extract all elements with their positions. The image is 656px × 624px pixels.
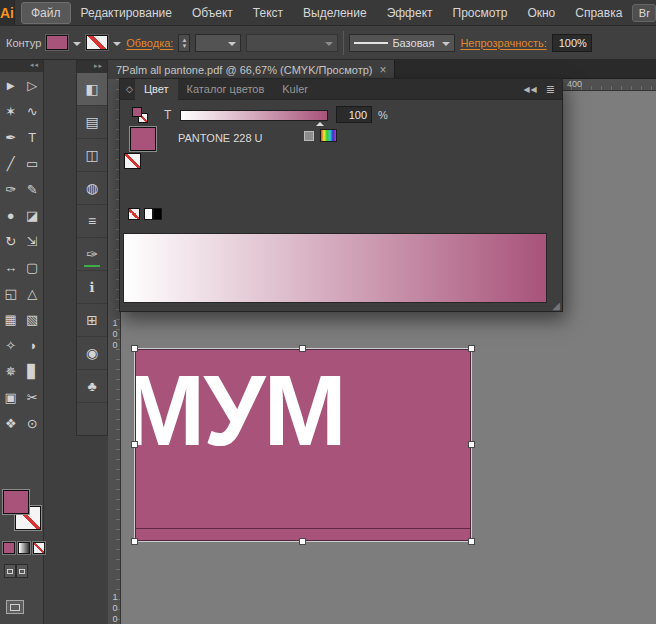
menu-effect[interactable]: Эффект (377, 2, 443, 24)
selection-handle[interactable] (468, 345, 475, 352)
symbol-sprayer-tool-icon[interactable]: ✵ (0, 358, 22, 384)
tint-slider-handle[interactable] (316, 118, 324, 126)
eraser-tool-icon[interactable]: ◪ (22, 202, 44, 228)
close-icon[interactable]: × (379, 63, 386, 77)
blob-brush-tool-icon[interactable]: ● (0, 202, 22, 228)
none-swatch[interactable] (128, 208, 140, 220)
color-panel-icon[interactable]: ◧ (77, 73, 107, 106)
tint-label: T (164, 108, 171, 122)
selection-handle[interactable] (131, 345, 138, 352)
black-swatch[interactable] (153, 208, 162, 220)
width-tool-icon[interactable]: ↔ (0, 254, 22, 280)
menu-view[interactable]: Просмотр (443, 2, 518, 24)
stroke-weight-label[interactable]: Обводка: (126, 37, 173, 49)
panel-stroke-swatch[interactable] (124, 153, 141, 169)
draw-normal-button[interactable] (4, 564, 16, 578)
menu-help[interactable]: Справка (565, 2, 632, 24)
eyedropper-tool-icon[interactable]: ✧ (0, 332, 22, 358)
scale-tool-icon[interactable]: ⇲ (22, 228, 44, 254)
fill-dropdown-icon[interactable] (73, 42, 81, 50)
tab-kuler[interactable]: Kuler (273, 79, 317, 100)
selection-handle[interactable] (131, 538, 138, 545)
rectangle-tool-icon[interactable]: ▭ (22, 150, 44, 176)
pen-tool-icon[interactable]: ✒ (0, 124, 22, 150)
shape-builder-tool-icon[interactable]: ◱ (0, 280, 22, 306)
out-of-gamut-icon[interactable] (304, 131, 314, 141)
stroke-panel-icon[interactable]: ≡ (77, 205, 107, 238)
direct-selection-tool-icon[interactable]: ▷ (22, 72, 44, 98)
bridge-button[interactable]: Br (632, 4, 656, 22)
panel-menu-icon[interactable]: ≣ (546, 83, 555, 96)
hand-tool-icon[interactable]: ❖ (0, 410, 22, 436)
draw-behind-button[interactable] (16, 564, 28, 578)
menu-file[interactable]: Файл (21, 2, 71, 24)
gradient-mode-button[interactable] (18, 542, 30, 554)
document-tab[interactable]: 7Palm all pantone.pdf @ 66,67% (CMYK/Про… (108, 60, 395, 79)
gradient-tool-icon[interactable]: ▧ (22, 306, 44, 332)
panel-resize-grip[interactable]: ◢ (552, 301, 560, 311)
artwork-rectangle[interactable]: МУМ (135, 349, 471, 541)
artwork-text[interactable]: МУМ (135, 360, 345, 460)
menu-type[interactable]: Текст (243, 2, 293, 24)
pencil-tool-icon[interactable]: ✎ (22, 176, 44, 202)
perspective-grid-tool-icon[interactable]: △ (22, 280, 44, 306)
color-guide-icon[interactable]: ▤ (77, 106, 107, 139)
variable-width-select[interactable] (246, 34, 338, 52)
menu-select[interactable]: Выделение (293, 2, 377, 24)
tint-slider[interactable] (180, 110, 328, 121)
pathfinder-icon[interactable]: ◫ (77, 139, 107, 172)
spectrum-icon[interactable] (320, 129, 337, 142)
free-transform-tool-icon[interactable]: ▢ (22, 254, 44, 280)
selection-handle[interactable] (299, 538, 306, 545)
menu-window[interactable]: Окно (517, 2, 565, 24)
menu-object[interactable]: Объект (182, 2, 243, 24)
brush-definition-select[interactable]: Базовая (349, 34, 455, 52)
white-swatch[interactable] (144, 208, 153, 220)
stroke-weight-stepper[interactable]: ▲▼ (178, 34, 190, 52)
fill-proxy-swatch[interactable] (3, 490, 29, 514)
selection-handle[interactable] (299, 345, 306, 352)
stroke-weight-select[interactable] (195, 34, 241, 52)
appearance-icon[interactable]: ◉ (77, 337, 107, 370)
symbols-icon[interactable]: ♣ (77, 370, 107, 403)
rotate-tool-icon[interactable]: ↻ (0, 228, 22, 254)
fill-color-swatch[interactable] (46, 35, 68, 50)
menu-edit[interactable]: Редактирование (71, 2, 182, 24)
selection-handle[interactable] (468, 538, 475, 545)
screen-mode-button[interactable] (6, 600, 24, 614)
line-tool-icon[interactable]: ╱ (0, 150, 22, 176)
transform-icon[interactable]: ⊞ (77, 304, 107, 337)
tab-color[interactable]: Цвет (135, 79, 178, 100)
slice-tool-icon[interactable]: ✂ (22, 384, 44, 410)
collapse-panel-icon[interactable]: ◀◀ (523, 85, 537, 94)
lasso-tool-icon[interactable]: ∿ (22, 98, 44, 124)
opacity-label[interactable]: Непрозрачность: (460, 37, 546, 49)
magic-wand-tool-icon[interactable]: ✶ (0, 98, 22, 124)
column-graph-tool-icon[interactable]: ▊ (22, 358, 44, 384)
dock-expand-button[interactable]: ▸▸ (77, 61, 107, 73)
color-mode-button[interactable] (3, 542, 15, 554)
panel-fill-mini-swatch[interactable] (132, 107, 142, 117)
info-icon[interactable]: ℹ (77, 271, 107, 304)
tab-color-books[interactable]: Каталог цветов (178, 79, 274, 100)
type-tool-icon[interactable]: T (22, 124, 44, 150)
cycle-color-mode-icon[interactable]: ◇ (120, 84, 135, 94)
tint-ramp[interactable] (123, 233, 547, 303)
selection-handle[interactable] (468, 441, 475, 448)
panel-fill-swatch[interactable] (130, 127, 156, 151)
opacity-input[interactable]: 100% (552, 34, 592, 52)
zoom-tool-icon[interactable]: ⊙ (22, 410, 44, 436)
tint-value-input[interactable]: 100 (336, 106, 372, 123)
blend-tool-icon[interactable]: ◑ (22, 332, 44, 358)
selection-handle[interactable] (131, 441, 138, 448)
selection-tool-icon[interactable]: ► (0, 72, 22, 98)
stroke-dropdown-icon[interactable] (113, 42, 121, 50)
none-mode-button[interactable] (33, 542, 45, 554)
paintbrush-tool-icon[interactable]: ✑ (0, 176, 22, 202)
mesh-tool-icon[interactable]: ▦ (0, 306, 22, 332)
stroke-color-swatch[interactable] (86, 35, 108, 50)
artboard-tool-icon[interactable]: ▣ (0, 384, 22, 410)
transparency-icon[interactable]: ◍ (77, 172, 107, 205)
brushes-icon[interactable]: ✑ (77, 238, 107, 271)
tools-collapse-button[interactable]: ◂◂ (0, 60, 43, 72)
